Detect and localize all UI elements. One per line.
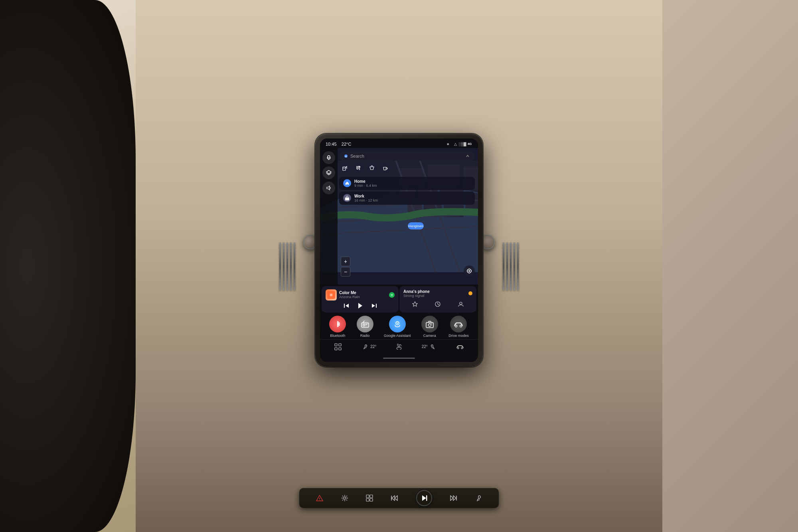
seat-heat-left-icon (362, 344, 369, 350)
svg-rect-75 (370, 498, 373, 501)
svg-rect-46 (376, 304, 377, 308)
svg-rect-74 (366, 498, 369, 501)
shopping-poi[interactable] (366, 162, 377, 174)
svg-rect-27 (343, 167, 346, 170)
radio-label: Radio (360, 334, 370, 338)
search-label: Search (350, 154, 364, 158)
zoom-in-button[interactable]: + (341, 257, 350, 266)
vent-slat (510, 242, 512, 290)
camera-app-icon (421, 316, 438, 332)
play-pause-button[interactable] (357, 302, 364, 309)
bottom-panels: Color Me Arizona Rain (320, 285, 478, 362)
volume-button[interactable] (322, 182, 335, 194)
zoom-controls: + − (341, 257, 350, 277)
vent-slat (514, 242, 515, 290)
recent-calls-button[interactable] (435, 301, 441, 309)
shopping-icon (369, 165, 375, 171)
radio-app-icon (357, 316, 373, 332)
contacts-button[interactable] (458, 301, 464, 309)
camera-label: Camera (423, 334, 436, 338)
right-panel (662, 0, 798, 532)
svg-point-51 (363, 324, 365, 326)
drive-modes-app-icon (450, 316, 467, 332)
svg-marker-24 (327, 186, 330, 190)
seat-heat-control[interactable] (475, 494, 482, 502)
svg-marker-76 (392, 496, 395, 500)
bluetooth-app[interactable]: Bluetooth (329, 316, 346, 338)
svg-point-33 (468, 270, 470, 272)
screen-bezel: 10:45 22°C ∗ △ ░▒▓ 4G (315, 134, 483, 367)
svg-point-60 (460, 325, 462, 327)
home-subtitle: 9 min · 6.4 km (354, 184, 471, 188)
media-phone-row: Color Me Arizona Rain (320, 285, 478, 313)
time-temperature: 10:45 22°C (326, 142, 351, 146)
phone-card[interactable]: Anna's phone Strong signal (399, 286, 476, 312)
svg-point-21 (328, 156, 330, 158)
layers-button[interactable] (322, 166, 335, 179)
vent-slat (503, 242, 504, 290)
bottom-physical-controls (299, 488, 499, 508)
phone-info: Anna's phone Strong signal (403, 289, 430, 298)
settings-button[interactable] (341, 494, 348, 502)
radio-app[interactable]: Radio (357, 316, 373, 338)
map-area[interactable]: Hsingbsen (320, 148, 478, 285)
google-assistant-app[interactable]: Google Assistant (384, 316, 411, 338)
main-play-pause-button[interactable] (416, 490, 432, 506)
work-nav-card[interactable]: Work 16 min · 12 km (339, 192, 475, 205)
work-card-text: Work 16 min · 12 km (354, 194, 471, 202)
home-nav-card[interactable]: Home 9 min · 6.4 km (339, 177, 475, 190)
status-bar: 10:45 22°C ∗ △ ░▒▓ 4G (320, 138, 478, 148)
coffee-poi[interactable] (380, 162, 391, 174)
media-controls (326, 302, 395, 309)
svg-rect-73 (370, 495, 373, 498)
media-grid-button[interactable] (366, 494, 373, 502)
svg-point-55 (397, 322, 398, 324)
svg-marker-42 (346, 304, 349, 308)
artist-name: Arizona Rain (339, 295, 360, 299)
vent-slat (290, 242, 292, 290)
car-icon (456, 344, 464, 350)
skip-back-button[interactable] (391, 495, 398, 501)
svg-text:Hsingbsen: Hsingbsen (408, 224, 423, 228)
apps-grid-button[interactable] (332, 341, 344, 352)
infotainment-screen[interactable]: 10:45 22°C ∗ △ ░▒▓ 4G (320, 138, 478, 362)
camera-app[interactable]: Camera (421, 316, 438, 338)
drive-modes-label: Drive modes (448, 334, 469, 338)
svg-marker-79 (422, 495, 426, 501)
svg-point-40 (330, 294, 332, 296)
signal-status-icon: ░▒▓ (460, 142, 465, 146)
time-display: 10:45 (326, 142, 337, 146)
zoom-out-button[interactable]: − (341, 267, 350, 277)
song-title: Color Me (339, 291, 360, 295)
svg-marker-81 (453, 496, 456, 500)
car-status-button[interactable] (454, 341, 466, 352)
assistant-label: Google Assistant (384, 334, 411, 338)
hazard-button[interactable] (316, 494, 323, 502)
map-search-bar[interactable]: M Search (339, 151, 475, 161)
prev-track-button[interactable] (343, 303, 350, 309)
map-sidebar (320, 148, 338, 285)
assistant-app-icon (389, 316, 406, 332)
gas-station-poi[interactable] (339, 162, 350, 174)
coffee-icon (383, 165, 388, 171)
skip-forward-button[interactable] (450, 495, 457, 501)
drive-modes-app[interactable]: Drive modes (448, 316, 469, 338)
svg-rect-64 (339, 348, 341, 350)
svg-marker-47 (413, 302, 417, 307)
fan-control[interactable] (395, 344, 403, 350)
food-poi[interactable] (353, 162, 364, 174)
left-seat-temp[interactable]: 22° (362, 344, 376, 350)
home-label: Home (354, 179, 471, 184)
svg-rect-80 (426, 495, 427, 501)
svg-text:M: M (345, 155, 347, 158)
favorite-button[interactable] (412, 301, 418, 309)
home-indicator (320, 355, 478, 362)
right-seat-temp[interactable]: 22° (422, 344, 436, 350)
my-location-button[interactable] (464, 265, 475, 277)
svg-point-66 (457, 347, 459, 349)
next-track-button[interactable] (371, 303, 377, 309)
phone-status-dot (468, 291, 472, 295)
mic-button[interactable] (322, 151, 335, 164)
media-card[interactable]: Color Me Arizona Rain (322, 286, 399, 312)
food-icon (356, 165, 361, 171)
